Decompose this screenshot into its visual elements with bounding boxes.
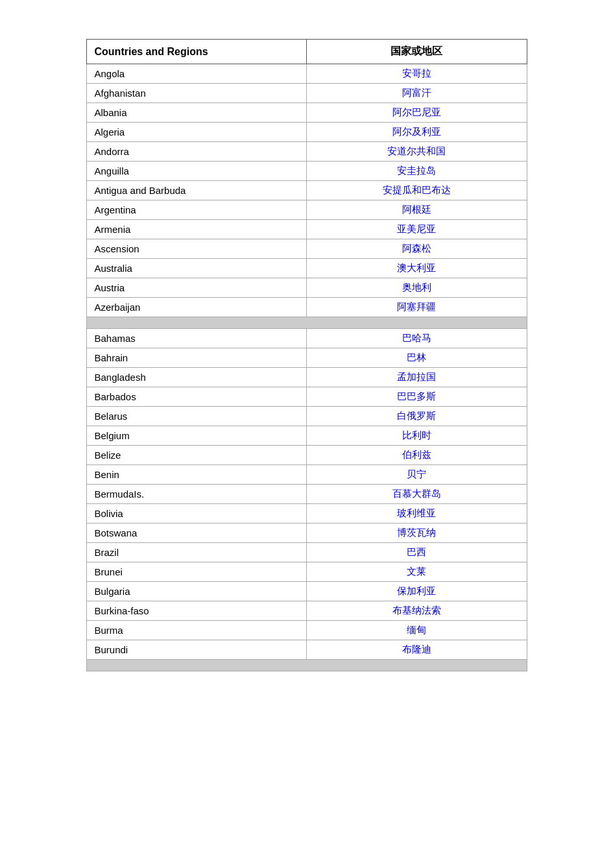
country-en: Belgium (86, 426, 307, 446)
country-en: Albania (86, 103, 307, 123)
country-en: Australia (86, 259, 307, 278)
country-zh: 保加利亚 (307, 582, 527, 601)
table-row: Bahrain巴林 (86, 348, 527, 368)
country-zh: 安哥拉 (307, 64, 527, 84)
countries-table: Countries and Regions 国家或地区 Angola安哥拉Afg… (86, 39, 527, 671)
table-row: Antigua and Barbuda安提瓜和巴布达 (86, 181, 527, 200)
table-row: BermudaIs.百慕大群岛 (86, 485, 527, 504)
country-zh: 巴巴多斯 (307, 387, 527, 407)
country-en: Anguilla (86, 162, 307, 181)
country-en: Benin (86, 465, 307, 485)
country-zh: 阿尔巴尼亚 (307, 103, 527, 123)
country-en: Brazil (86, 543, 307, 562)
country-en: Burundi (86, 640, 307, 660)
country-zh: 布基纳法索 (307, 601, 527, 621)
table-row: Armenia亚美尼亚 (86, 220, 527, 239)
country-en: Burkina-faso (86, 601, 307, 621)
header-col1: Countries and Regions (86, 40, 307, 64)
country-zh: 孟加拉国 (307, 368, 527, 387)
table-row: Burma缅甸 (86, 621, 527, 640)
country-zh: 玻利维亚 (307, 504, 527, 524)
country-zh: 缅甸 (307, 621, 527, 640)
country-en: Argentina (86, 200, 307, 220)
country-en: Andorra (86, 142, 307, 162)
table-row: Brazil巴西 (86, 543, 527, 562)
country-zh: 亚美尼亚 (307, 220, 527, 239)
table-row: Albania阿尔巴尼亚 (86, 103, 527, 123)
table-row: Belize伯利兹 (86, 446, 527, 465)
table-row: Botswana博茨瓦纳 (86, 524, 527, 543)
header-col2: 国家或地区 (307, 40, 527, 64)
main-container: Countries and Regions 国家或地区 Angola安哥拉Afg… (86, 39, 527, 671)
table-row: Azerbaijan阿塞拜疆 (86, 298, 527, 317)
country-en: Barbados (86, 387, 307, 407)
table-row: Burundi布隆迪 (86, 640, 527, 660)
table-row: Belgium比利时 (86, 426, 527, 446)
country-zh: 比利时 (307, 426, 527, 446)
country-zh: 阿根廷 (307, 200, 527, 220)
country-en: Belize (86, 446, 307, 465)
country-zh: 巴哈马 (307, 329, 527, 348)
table-row: Algeria阿尔及利亚 (86, 123, 527, 142)
country-zh: 阿尔及利亚 (307, 123, 527, 142)
country-en: BermudaIs. (86, 485, 307, 504)
country-zh: 安提瓜和巴布达 (307, 181, 527, 200)
country-zh: 伯利兹 (307, 446, 527, 465)
country-zh: 百慕大群岛 (307, 485, 527, 504)
table-row: Andorra安道尔共和国 (86, 142, 527, 162)
table-row: Argentina阿根廷 (86, 200, 527, 220)
table-row: Belarus白俄罗斯 (86, 407, 527, 426)
country-zh: 博茨瓦纳 (307, 524, 527, 543)
country-en: Bahamas (86, 329, 307, 348)
table-row: Barbados巴巴多斯 (86, 387, 527, 407)
country-zh: 贝宁 (307, 465, 527, 485)
table-row: Bahamas巴哈马 (86, 329, 527, 348)
country-en: Bolivia (86, 504, 307, 524)
table-row: Bulgaria保加利亚 (86, 582, 527, 601)
country-en: Burma (86, 621, 307, 640)
country-en: Botswana (86, 524, 307, 543)
country-zh: 巴西 (307, 543, 527, 562)
country-en: Angola (86, 64, 307, 84)
country-en: Azerbaijan (86, 298, 307, 317)
table-row: Angola安哥拉 (86, 64, 527, 84)
country-zh: 白俄罗斯 (307, 407, 527, 426)
country-zh: 阿森松 (307, 239, 527, 259)
table-row: Australia澳大利亚 (86, 259, 527, 278)
country-en: Ascension (86, 239, 307, 259)
table-row: Bolivia玻利维亚 (86, 504, 527, 524)
country-en: Belarus (86, 407, 307, 426)
table-row: Anguilla安圭拉岛 (86, 162, 527, 181)
country-en: Bahrain (86, 348, 307, 368)
country-zh: 澳大利亚 (307, 259, 527, 278)
table-row: Benin贝宁 (86, 465, 527, 485)
country-en: Bangladesh (86, 368, 307, 387)
country-en: Brunei (86, 562, 307, 582)
country-zh: 安道尔共和国 (307, 142, 527, 162)
country-en: Armenia (86, 220, 307, 239)
separator-row-end (86, 660, 527, 671)
country-zh: 布隆迪 (307, 640, 527, 660)
country-zh: 文莱 (307, 562, 527, 582)
country-zh: 巴林 (307, 348, 527, 368)
country-en: Austria (86, 278, 307, 298)
separator-row (86, 317, 527, 329)
country-zh: 奥地利 (307, 278, 527, 298)
country-zh: 阿富汗 (307, 84, 527, 103)
table-row: Afghanistan阿富汗 (86, 84, 527, 103)
country-en: Afghanistan (86, 84, 307, 103)
table-row: Bangladesh孟加拉国 (86, 368, 527, 387)
table-row: Brunei文莱 (86, 562, 527, 582)
country-en: Bulgaria (86, 582, 307, 601)
table-row: Austria奥地利 (86, 278, 527, 298)
table-row: Burkina-faso布基纳法索 (86, 601, 527, 621)
country-zh: 安圭拉岛 (307, 162, 527, 181)
country-en: Antigua and Barbuda (86, 181, 307, 200)
country-en: Algeria (86, 123, 307, 142)
table-row: Ascension阿森松 (86, 239, 527, 259)
country-zh: 阿塞拜疆 (307, 298, 527, 317)
